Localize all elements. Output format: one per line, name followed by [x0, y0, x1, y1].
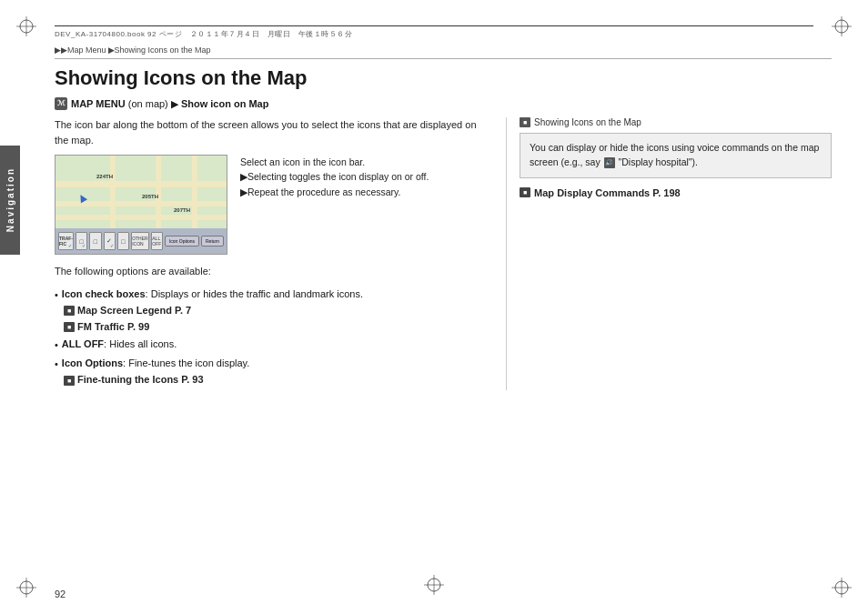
breadcrumb-item-1: ▶▶Map Menu — [55, 45, 106, 55]
instruction-step2: ▶Repeat the procedure as necessary. — [240, 185, 429, 199]
body-text: The icon bar along the bottom of the scr… — [55, 117, 491, 147]
instruction-step1: ▶Selecting toggles the icon display on o… — [240, 169, 429, 184]
corner-mark-br — [832, 578, 852, 598]
right-link: ■ Map Display Commands P. 198 — [520, 187, 832, 198]
map-label-1: 224TH — [96, 174, 113, 179]
link-icon-1: ■ — [64, 306, 75, 316]
map-icon-7: ALLOFF — [151, 232, 163, 250]
map-icon-2: □ — [76, 232, 87, 250]
left-column: The icon bar along the bottom of the scr… — [55, 117, 491, 390]
options-title: The following options are available: — [55, 264, 491, 279]
breadcrumb-item-2: ▶Showing Icons on the Map — [108, 45, 211, 55]
corner-mark-bl — [16, 578, 36, 598]
link-icon-2: ■ — [64, 322, 75, 332]
map-icon-4: ✓ — [104, 232, 116, 250]
map-icon-bar: TRAF-FIC □ □ ✓ □ — [56, 228, 227, 254]
map-road-v2 — [156, 156, 161, 228]
file-info-bar: DEV_KA-31704800.book 92 ページ ２０１１年７月４日 月曜… — [55, 25, 813, 40]
option-1-text: Icon check boxes: Displays or hides the … — [62, 287, 363, 303]
instruction-intro: Select an icon in the icon bar. — [240, 155, 429, 169]
map-icon-6: OTHERICON — [131, 232, 149, 250]
page-title: Showing Icons on the Map — [55, 66, 832, 90]
map-image: 224TH 205TH 207TH ▲ TRAF-FIC □ — [55, 155, 227, 255]
menu-path-bold: MAP MENU — [71, 98, 126, 109]
nav-tab-label: Navigation — [5, 167, 15, 232]
option-3-text: Icon Options: Fine-tunes the icon displa… — [62, 356, 249, 372]
corner-mark-tl — [16, 16, 36, 36]
menu-icon: ℳ — [55, 97, 67, 110]
link-text-3: Fine-tuning the Icons P. 93 — [77, 372, 204, 388]
page-number: 92 — [55, 589, 66, 599]
map-btn-return[interactable]: Return — [201, 236, 224, 247]
options-list: • Icon check boxes: Displays or hides th… — [55, 287, 491, 389]
bullet-1: • — [55, 287, 58, 304]
map-icon-traffic: TRAF-FIC — [58, 232, 74, 250]
right-header-text: Showing Icons on the Map — [534, 117, 641, 127]
map-label-2: 205TH — [142, 194, 158, 199]
menu-path-on-map: (on map) ▶ — [128, 98, 181, 109]
link-ref-fm-traffic: ■ FM Traffic P. 99 — [64, 319, 491, 336]
right-column: ■ Showing Icons on the Map You can displ… — [506, 117, 832, 390]
option-icon-checkboxes: • Icon check boxes: Displays or hides th… — [55, 287, 491, 336]
link-ref-map-legend: ■ Map Screen Legend P. 7 — [64, 303, 491, 319]
right-link-icon: ■ — [520, 187, 530, 197]
menu-path-text: MAP MENU (on map) ▶ Show icon on Map — [71, 98, 268, 110]
map-road-v1 — [110, 156, 116, 228]
bullet-3: • — [55, 357, 58, 373]
map-icon-5: □ — [117, 232, 129, 250]
option-row-1: • Icon check boxes: Displays or hides th… — [55, 287, 491, 304]
link-icon-3: ■ — [64, 376, 75, 386]
voice-icon: 🔊 — [604, 157, 615, 168]
map-road-h1 — [56, 181, 227, 187]
corner-mark-tr — [832, 16, 852, 36]
bullet-2: • — [55, 337, 58, 354]
map-area: 224TH 205TH 207TH ▲ TRAF-FIC □ — [55, 155, 491, 255]
bottom-center-mark — [424, 575, 444, 598]
link-ref-fine-tuning: ■ Fine-tuning the Icons P. 93 — [64, 372, 491, 388]
map-icon-3: □ — [89, 232, 101, 250]
right-box: You can display or hide the icons using … — [520, 133, 832, 178]
right-link-text: Map Display Commands P. 198 — [534, 187, 681, 198]
breadcrumb-separator — [55, 58, 832, 59]
link-text-1: Map Screen Legend P. 7 — [77, 303, 191, 319]
map-btn-options[interactable]: Icon Options — [165, 236, 199, 247]
option-all-off: • ALL OFF: Hides all icons. — [55, 337, 491, 354]
nav-tab: Navigation — [0, 146, 20, 255]
menu-path: ℳ MAP MENU (on map) ▶ Show icon on Map — [55, 97, 832, 110]
map-instructions: Select an icon in the icon bar. ▶Selecti… — [240, 155, 429, 255]
right-box-example: "Display hospital"). — [619, 156, 698, 167]
menu-path-action: Show icon on Map — [181, 98, 269, 109]
right-header-icon: ■ — [520, 117, 530, 127]
file-info-text: DEV_KA-31704800.book 92 ページ ２０１１年７月４日 月曜… — [55, 29, 352, 39]
map-road-h3 — [56, 215, 227, 220]
option-row-2: • ALL OFF: Hides all icons. — [55, 337, 491, 354]
option-2-text: ALL OFF: Hides all icons. — [62, 337, 177, 353]
link-text-2: FM Traffic P. 99 — [77, 319, 149, 336]
option-icon-options: • Icon Options: Fine-tunes the icon disp… — [55, 356, 491, 388]
map-road-v3 — [192, 156, 197, 228]
right-header: ■ Showing Icons on the Map — [520, 117, 832, 127]
breadcrumb: ▶▶Map Menu ▶Showing Icons on the Map — [55, 45, 832, 55]
map-label-3: 207TH — [174, 207, 190, 213]
main-content: ▶▶Map Menu ▶Showing Icons on the Map Sho… — [55, 45, 832, 578]
option-row-3: • Icon Options: Fine-tunes the icon disp… — [55, 356, 491, 373]
two-col-layout: The icon bar along the bottom of the scr… — [55, 117, 832, 390]
